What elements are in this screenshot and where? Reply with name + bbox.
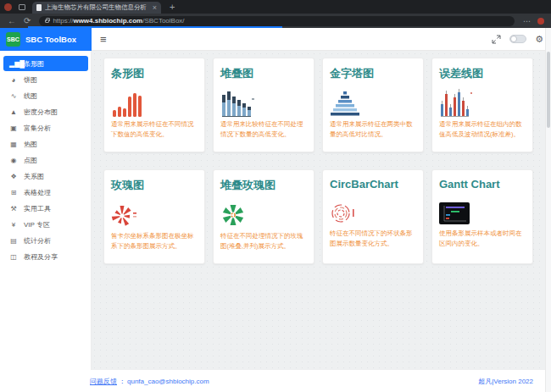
browser-tab[interactable]: 上海生物芯片有限公司生物信息分析 × [32, 2, 161, 14]
window-icon[interactable] [19, 4, 25, 10]
tutorial-icon: ◫ [9, 253, 18, 261]
bar-chart-thumbnail-icon [111, 85, 198, 117]
yen-icon: ¥ [9, 221, 18, 229]
rose-chart-thumbnail-icon [111, 196, 198, 229]
sidebar-item-label: 富集分析 [24, 124, 51, 133]
sidebar-item-label: 实用工具 [24, 204, 51, 213]
sidebar-item-label: 密度分布图 [24, 108, 58, 117]
page-icon [36, 4, 42, 11]
stacked-chart-thumbnail-icon [220, 85, 307, 117]
table-icon: ⊞ [9, 189, 18, 196]
bar-chart-icon: ▂▆█ [9, 60, 18, 68]
card-description: 使用条形展示样本或者时间在区间内的变化。 [439, 229, 526, 248]
browser-menu-icon[interactable]: ⋯ [523, 17, 531, 25]
card-rose-chart[interactable]: 玫瑰图 笛卡尔坐标系条形图在极坐 [103, 169, 205, 264]
feedback-link[interactable]: 问题反馈 [90, 377, 117, 386]
card-description: 通常用来比较特征在不同处理情况下数量的高低变化。 [220, 119, 307, 139]
card-description: 通常用来展示特征在两类中数量的高低对比情况。 [330, 119, 416, 139]
gantt-chart-thumbnail-icon [439, 194, 526, 226]
card-stacked-chart[interactable]: 堆叠图 通常用来比较特征在不同处理情况下数量的高低变化。 [213, 58, 314, 152]
sidebar-item-pie-chart[interactable]: ◕ 饼图 [0, 72, 91, 88]
sidebar-item-enrichment[interactable]: ▣ 富集分析 [0, 120, 91, 136]
heatmap-icon: ▦ [9, 141, 18, 148]
stats-doc-icon: ▤ [9, 237, 18, 245]
card-title: 金字塔图 [330, 66, 416, 81]
card-title: 条形图 [111, 66, 198, 81]
url-bar[interactable]: https://www4.shbiochip.com/SBCToolBox/ [39, 16, 515, 26]
app-name: SBC ToolBox [25, 35, 76, 44]
reload-icon[interactable]: ⟳ [24, 17, 31, 25]
card-circbarchart[interactable]: CircBarChart 特征在不同情况下的环状条形图展示数量变化方式。 [322, 169, 424, 264]
back-icon[interactable]: ← [8, 17, 16, 25]
network-icon: ❖ [9, 173, 18, 180]
card-pyramid-chart[interactable]: 金字塔图 通常用来展示特征在两类中数量的高低对比情况。 [322, 58, 424, 152]
sidebar-item-density-plot[interactable]: ▲ 密度分布图 [0, 104, 91, 120]
profile-dot-icon[interactable] [537, 18, 544, 25]
sidebar-item-label: 教程及分享 [24, 252, 58, 262]
card-grid: 条形图 通常用来展示特征在不同情况下数值的高低变化。 堆叠图 [103, 58, 545, 264]
dot-plot-icon: ◉ [9, 157, 18, 164]
sidebar-item-line-chart[interactable]: ∿ 线图 [0, 88, 91, 104]
version-text: 超凡|Version 2022 [478, 377, 533, 386]
page-footer: 问题反馈 ： qunfa_cao@shbiochip.com 超凡|Versio… [0, 370, 545, 392]
sidebar-item-bar-chart[interactable]: ▂▆█ 条形图 [3, 56, 88, 71]
scrollbar-thumb[interactable] [547, 52, 550, 128]
card-errorbar-chart[interactable]: 误差线图 [431, 58, 533, 152]
sidebar-item-statistics[interactable]: ▤ 统计分析 [0, 233, 91, 249]
sidebar-item-label: VIP 专区 [24, 220, 50, 229]
theme-toggle[interactable] [509, 35, 526, 43]
sbc-logo: SBC [6, 32, 20, 47]
sidebar-item-network[interactable]: ❖ 关系图 [0, 168, 91, 185]
sidebar-item-label: 关系图 [24, 172, 44, 181]
card-title: CircBarChart [330, 178, 416, 190]
sidebar-item-label: 线图 [24, 91, 37, 101]
sidebar: ▂▆█ 条形图 ◕ 饼图 ∿ 线图 ▲ 密度分布图 ▣ 富集分析 ▦ 热图 ◉ … [0, 51, 92, 370]
url-domain: www4.shbiochip.com [73, 17, 142, 25]
card-title: Gantt Chart [439, 178, 526, 190]
card-gantt-chart[interactable]: Gantt Chart 使用条形展示样本或者时间在区间内的变化。 [431, 169, 533, 264]
url-text: https://www4.shbiochip.com/SBCToolBox/ [53, 17, 184, 25]
card-description: 笛卡尔坐标系条形图在极坐标系下的条形图展示方式。 [111, 231, 198, 251]
tab-title: 上海生物芯片有限公司生物信息分析 [45, 3, 150, 12]
circbarchart-thumbnail-icon [330, 194, 416, 226]
browser-titlebar: 上海生物芯片有限公司生物信息分析 × + [0, 0, 551, 14]
sidebar-item-table-tools[interactable]: ⊞ 表格处理 [0, 185, 91, 201]
new-tab-button[interactable]: + [170, 3, 175, 12]
enrichment-icon: ▣ [9, 124, 18, 132]
card-bar-chart[interactable]: 条形图 通常用来展示特征在不同情况下数值的高低变化。 [103, 58, 205, 152]
fullscreen-icon[interactable] [492, 35, 501, 44]
feedback-separator: ： [119, 377, 125, 386]
sidebar-item-utilities[interactable]: ⚒ 实用工具 [0, 201, 91, 217]
url-protocol: https:// [53, 17, 73, 25]
card-description: 通常用来展示特征在组内的数值高低及波动情况(标准差)。 [439, 119, 526, 139]
lock-icon[interactable] [45, 19, 49, 23]
main-content: 条形图 通常用来展示特征在不同情况下数值的高低变化。 堆叠图 [92, 51, 545, 370]
sidebar-item-label: 热图 [24, 140, 37, 149]
density-plot-icon: ▲ [9, 108, 18, 116]
sidebar-item-vip[interactable]: ¥ VIP 专区 [0, 217, 91, 233]
sidebar-item-heatmap[interactable]: ▦ 热图 [0, 136, 91, 152]
card-stacked-rose-chart[interactable]: 堆叠玫瑰图 特征在不同处理情况下的玫瑰图(堆叠,并列)展示方式。 [213, 169, 314, 264]
card-description: 特征在不同情况下的环状条形图展示数量变化方式。 [330, 229, 416, 248]
sidebar-collapse-icon[interactable]: ≡ [100, 34, 107, 45]
url-path: /SBCToolBox/ [142, 17, 184, 25]
browser-profile-avatar[interactable] [4, 3, 12, 11]
card-title: 堆叠图 [220, 66, 307, 81]
sidebar-item-label: 统计分析 [24, 236, 51, 246]
sidebar-item-dot-plot[interactable]: ◉ 点图 [0, 152, 91, 168]
settings-gear-icon[interactable]: ⚙ [535, 35, 543, 44]
pyramid-chart-thumbnail-icon [330, 85, 416, 117]
feedback-email[interactable]: qunfa_cao@shbiochip.com [127, 378, 209, 385]
pie-chart-icon: ◕ [9, 76, 18, 84]
toggle-knob [510, 36, 517, 42]
card-title: 玫瑰图 [111, 178, 198, 193]
sidebar-item-label: 条形图 [24, 59, 44, 69]
line-chart-icon: ∿ [9, 92, 18, 100]
card-description: 特征在不同处理情况下的玫瑰图(堆叠,并列)展示方式。 [220, 231, 307, 251]
content-topbar: ≡ ⚙ [92, 28, 551, 51]
tab-close-icon[interactable]: × [153, 4, 157, 12]
sidebar-item-tutorials[interactable]: ◫ 教程及分享 [0, 249, 91, 265]
app-brand-header: SBC SBC ToolBox [0, 28, 92, 51]
window-scrollbar[interactable] [545, 28, 551, 392]
card-description: 通常用来展示特征在不同情况下数值的高低变化。 [111, 119, 198, 139]
